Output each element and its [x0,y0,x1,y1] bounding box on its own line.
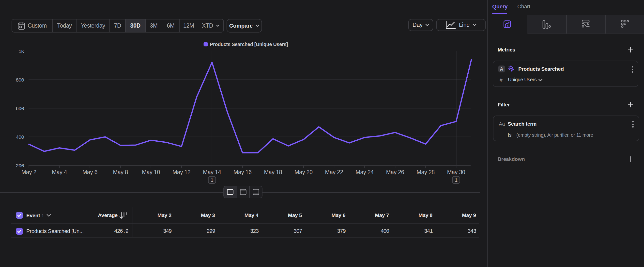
svg-text:May 18: May 18 [264,169,282,175]
svg-text:May 6: May 6 [82,169,98,175]
svg-text:May 14: May 14 [203,169,221,175]
svg-text:200: 200 [16,163,24,169]
svg-text:1: 1 [454,177,458,183]
svg-text:May 2: May 2 [22,169,36,175]
svg-text:May 30: May 30 [447,169,465,175]
svg-text:May 24: May 24 [356,169,374,175]
svg-text:600: 600 [16,106,24,112]
svg-text:May 12: May 12 [172,169,191,175]
svg-text:May 26: May 26 [386,169,404,175]
svg-text:400: 400 [16,134,24,140]
svg-text:1K: 1K [18,49,24,55]
svg-text:May 16: May 16 [234,169,252,175]
svg-text:May 20: May 20 [294,169,313,175]
svg-text:May 10: May 10 [142,169,160,175]
svg-text:May 8: May 8 [113,169,128,175]
svg-text:800: 800 [16,77,24,83]
svg-text:May 28: May 28 [416,169,435,175]
svg-text:May 22: May 22 [325,169,343,175]
svg-text:1: 1 [210,177,214,183]
svg-text:May 4: May 4 [52,169,67,175]
svg-text:Products Searched [Unique User: Products Searched [Unique Users] [210,42,288,47]
